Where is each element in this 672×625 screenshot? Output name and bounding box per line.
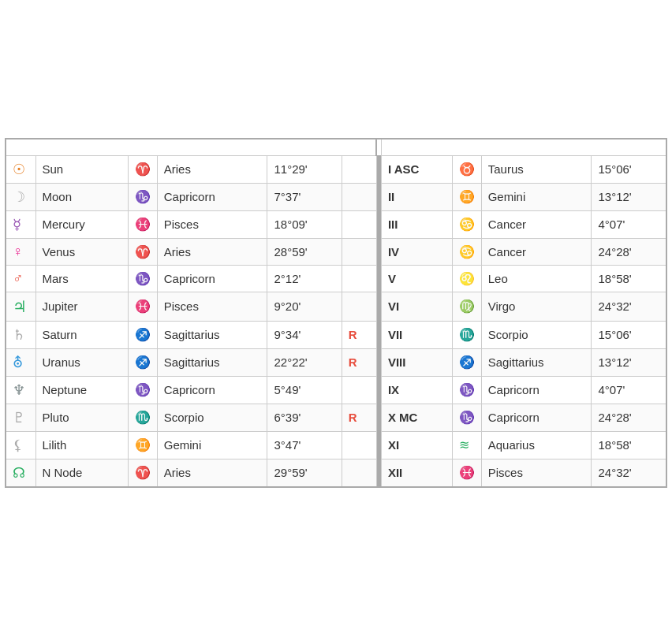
house-degree: 15°06' bbox=[592, 155, 666, 183]
planet-sign-symbol-cell: ♓ bbox=[128, 292, 157, 321]
planet-sign-name: Pisces bbox=[157, 210, 267, 238]
house-sign-symbol-cell: ≋ bbox=[452, 431, 481, 459]
house-degree: 13°12' bbox=[592, 183, 666, 210]
house-sign-name: Leo bbox=[481, 265, 592, 292]
house-degree: 24°32' bbox=[592, 459, 666, 487]
planet-sign-symbol: ♓ bbox=[135, 299, 151, 313]
house-sign-symbol: ♉ bbox=[459, 162, 475, 176]
planet-sign-symbol: ♑ bbox=[135, 272, 151, 285]
planet-name: Mars bbox=[35, 265, 128, 292]
planet-sign-symbol-cell: ♐ bbox=[128, 321, 157, 348]
planet-name: N Node bbox=[35, 459, 128, 487]
house-number: III bbox=[381, 210, 452, 238]
planet-name: Uranus bbox=[35, 348, 128, 376]
planet-sign-symbol: ♐ bbox=[135, 355, 151, 369]
house-sign-symbol: ♋ bbox=[459, 245, 475, 259]
planet-name: Saturn bbox=[35, 321, 128, 348]
house-sign-symbol-cell: ♋ bbox=[452, 238, 481, 265]
house-number: XI bbox=[381, 431, 452, 459]
planet-degree: 29°59' bbox=[267, 459, 342, 487]
planet-sign-name: Pisces bbox=[157, 292, 267, 321]
house-degree: 24°28' bbox=[592, 404, 666, 431]
planet-sign-symbol: ♓ bbox=[135, 218, 151, 231]
planet-degree: 9°34' bbox=[267, 321, 342, 348]
house-sign-symbol-cell: ♉ bbox=[452, 155, 481, 183]
planet-symbol: ♀ bbox=[13, 244, 24, 259]
retro-indicator bbox=[342, 459, 376, 487]
house-sign-name: Gemini bbox=[481, 183, 592, 210]
planet-sign-name: Aries bbox=[157, 238, 267, 265]
planet-symbol-cell: ☉ bbox=[6, 155, 35, 183]
planet-name: Venus bbox=[35, 238, 128, 265]
retro-indicator bbox=[342, 376, 376, 404]
house-number: VII bbox=[381, 321, 452, 348]
planet-sign-name: Aries bbox=[157, 155, 267, 183]
retro-indicator bbox=[342, 238, 376, 265]
astrology-table: ☉Sun♈Aries11°29'I ASC♉Taurus15°06'☽Moon♑… bbox=[5, 138, 667, 488]
planet-sign-name: Capricorn bbox=[157, 265, 267, 292]
house-sign-name: Virgo bbox=[481, 292, 592, 321]
planet-symbol: ☉ bbox=[13, 162, 25, 177]
planet-name: Sun bbox=[35, 155, 128, 183]
house-sign-symbol: ♍ bbox=[459, 299, 475, 313]
retro-indicator bbox=[342, 183, 376, 210]
house-degree: 4°07' bbox=[592, 376, 666, 404]
planet-symbol-cell: ♄ bbox=[6, 321, 35, 348]
planet-sign-symbol: ♏ bbox=[135, 411, 151, 424]
house-degree: 24°28' bbox=[592, 238, 666, 265]
planet-degree: 7°37' bbox=[267, 183, 342, 210]
planet-symbol: ♆ bbox=[13, 382, 25, 398]
planet-symbol: ♃ bbox=[13, 298, 27, 315]
house-sign-symbol-cell: ♓ bbox=[452, 459, 481, 487]
house-number: VIII bbox=[381, 348, 452, 376]
house-sign-symbol: ♓ bbox=[459, 466, 475, 479]
house-sign-symbol-cell: ♋ bbox=[452, 210, 481, 238]
retro-indicator: R bbox=[342, 348, 376, 376]
house-number: II bbox=[381, 183, 452, 210]
planet-sign-symbol-cell: ♈ bbox=[128, 155, 157, 183]
retro-indicator bbox=[342, 431, 376, 459]
house-number: IX bbox=[381, 376, 452, 404]
house-degree: 18°58' bbox=[592, 431, 666, 459]
planet-sign-name: Capricorn bbox=[157, 376, 267, 404]
house-sign-symbol: ♌ bbox=[459, 272, 475, 285]
house-sign-symbol: ♋ bbox=[459, 218, 475, 231]
planet-degree: 9°20' bbox=[267, 292, 342, 321]
planet-sign-symbol: ♑ bbox=[135, 383, 151, 396]
planet-sign-symbol: ♈ bbox=[135, 162, 151, 176]
planet-sign-symbol-cell: ♈ bbox=[128, 238, 157, 265]
house-number: I ASC bbox=[381, 155, 452, 183]
house-sign-name: Cancer bbox=[481, 238, 592, 265]
planet-degree: 3°47' bbox=[267, 431, 342, 459]
house-number: XII bbox=[381, 459, 452, 487]
planet-sign-symbol-cell: ♑ bbox=[128, 183, 157, 210]
planet-name: Lilith bbox=[35, 431, 128, 459]
planet-sign-name: Gemini bbox=[157, 431, 267, 459]
planet-symbol-cell: ☿ bbox=[6, 210, 35, 238]
planet-name: Neptune bbox=[35, 376, 128, 404]
house-sign-symbol: ♊ bbox=[459, 190, 475, 203]
house-number: VI bbox=[381, 292, 452, 321]
retro-indicator bbox=[342, 155, 376, 183]
planet-symbol-cell: ⛢ bbox=[6, 348, 35, 376]
planet-symbol: ♇ bbox=[13, 410, 25, 426]
zodiac-header bbox=[6, 139, 376, 156]
planet-degree: 2°12' bbox=[267, 265, 342, 292]
house-degree: 15°06' bbox=[592, 321, 666, 348]
planet-sign-symbol: ♐ bbox=[135, 328, 151, 341]
house-sign-name: Scorpio bbox=[481, 321, 592, 348]
planet-sign-symbol: ♑ bbox=[135, 190, 151, 203]
retro-indicator: R bbox=[342, 321, 376, 348]
house-sign-symbol: ♏ bbox=[459, 328, 475, 341]
planet-sign-name: Scorpio bbox=[157, 404, 267, 431]
house-sign-symbol-cell: ♊ bbox=[452, 183, 481, 210]
house-sign-name: Capricorn bbox=[481, 376, 592, 404]
planet-symbol-cell: ♀ bbox=[6, 238, 35, 265]
house-sign-name: Taurus bbox=[481, 155, 592, 183]
house-number: X MC bbox=[381, 404, 452, 431]
planet-sign-symbol-cell: ♈ bbox=[128, 459, 157, 487]
planet-degree: 18°09' bbox=[267, 210, 342, 238]
planet-sign-symbol-cell: ♊ bbox=[128, 431, 157, 459]
planet-symbol-cell: ♃ bbox=[6, 292, 35, 321]
planet-symbol: ♄ bbox=[13, 327, 25, 343]
